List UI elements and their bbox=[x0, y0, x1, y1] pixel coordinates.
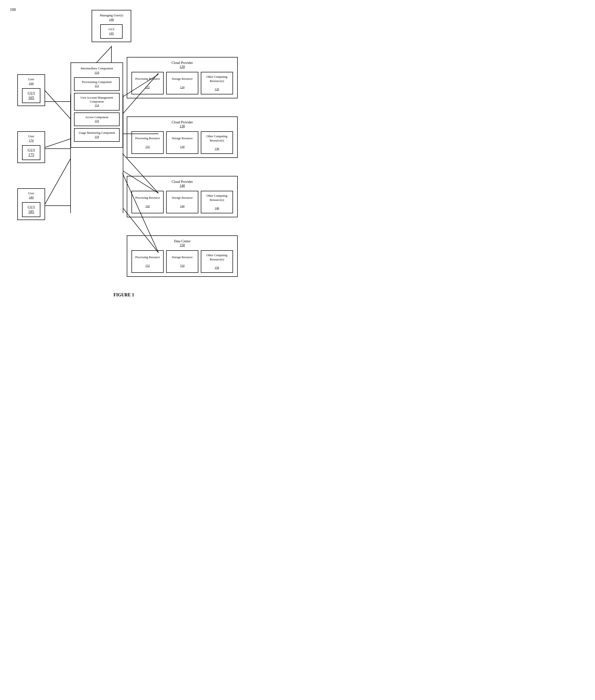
user-account-mgmt-component: User Account Management Component 114 bbox=[74, 93, 120, 110]
access-number: 116 bbox=[94, 119, 99, 123]
user-160-box: User 160 GUI 165 bbox=[17, 74, 45, 106]
sr154-number: 154 bbox=[180, 264, 185, 268]
user-170-gui-label: GUI bbox=[28, 148, 35, 153]
usage-monitoring-component: Usage Monitoring Component 118 bbox=[74, 128, 120, 142]
pr142-number: 142 bbox=[145, 204, 150, 208]
intermediary-number: 110 bbox=[94, 71, 99, 74]
managing-user-gui-box: GUI 195 bbox=[100, 24, 122, 39]
sr144-number: 144 bbox=[180, 204, 185, 208]
data-center-150-box: Data Center 150 Processing Resource 152 … bbox=[127, 235, 238, 277]
access-component: Access Component 116 bbox=[74, 112, 120, 126]
provisioning-component: Provisioning Component 112 bbox=[74, 77, 120, 91]
user-160-label: User 160 bbox=[20, 77, 42, 86]
figure-caption: FIGURE 1 bbox=[10, 292, 238, 298]
cp130-number: 130 bbox=[180, 125, 185, 128]
storage-resource-154: Storage Resource 154 bbox=[166, 250, 198, 273]
managing-user-number: 190 bbox=[109, 18, 114, 21]
storage-resource-124: Storage Resource 124 bbox=[166, 72, 198, 95]
cp120-resources: Processing Resource 122 Storage Resource… bbox=[130, 72, 234, 95]
user-account-number: 114 bbox=[94, 104, 99, 107]
cp130-title: Cloud Provider 130 bbox=[130, 120, 234, 128]
other-resource-136: Other Computing Resource(s) 136 bbox=[201, 131, 233, 154]
user-180-gui-label: GUI bbox=[28, 205, 35, 209]
user-180-box: User 180 GUI 185 bbox=[17, 188, 45, 220]
storage-resource-144: Storage Resource 144 bbox=[166, 191, 198, 213]
cloud-provider-140-box: Cloud Provider 140 Processing Resource 1… bbox=[127, 176, 238, 217]
or146-number: 146 bbox=[215, 206, 219, 210]
svg-line-11 bbox=[96, 47, 111, 62]
user-170-gui-number: 175 bbox=[28, 153, 34, 157]
dc150-resources: Processing Resource 152 Storage Resource… bbox=[130, 250, 234, 273]
processing-resource-142: Processing Resource 142 bbox=[132, 191, 164, 213]
sr124-number: 124 bbox=[180, 85, 185, 89]
svg-line-1 bbox=[45, 90, 70, 119]
other-resource-126: Other Computing Resource(s) 126 bbox=[201, 72, 233, 95]
user-160-gui-box: GUI 165 bbox=[22, 88, 40, 103]
cloud-provider-120-box: Cloud Provider 120 Processing Resource 1… bbox=[127, 57, 238, 98]
user-160-number: 160 bbox=[29, 82, 34, 85]
cloud-provider-130-box: Cloud Provider 130 Processing Resource 1… bbox=[127, 116, 238, 158]
processing-resource-132: Processing Resource 132 bbox=[132, 131, 164, 154]
cp140-number: 140 bbox=[180, 184, 185, 188]
or136-number: 136 bbox=[215, 147, 219, 151]
intermediary-box: Intermediary Component 110 Provisioning … bbox=[70, 62, 123, 148]
cp140-resources: Processing Resource 142 Storage Resource… bbox=[130, 191, 234, 213]
or156-number: 156 bbox=[215, 266, 219, 270]
user-170-box: User 170 GUI 175 bbox=[17, 131, 45, 163]
user-180-gui-number: 185 bbox=[28, 210, 34, 214]
pr152-number: 152 bbox=[145, 264, 150, 268]
provisioning-number: 112 bbox=[94, 84, 99, 87]
svg-line-3 bbox=[45, 159, 70, 205]
other-resource-146: Other Computing Resource(s) 146 bbox=[201, 191, 233, 213]
user-180-gui-box: GUI 185 bbox=[22, 202, 40, 217]
intermediary-label: Intermediary Component 110 bbox=[74, 66, 120, 75]
managing-user-label: Managing User(s) 190 bbox=[94, 14, 128, 22]
managing-user-box: Managing User(s) 190 GUI 195 bbox=[92, 10, 131, 42]
processing-resource-122: Processing Resource 122 bbox=[132, 72, 164, 95]
cp130-resources: Processing Resource 132 Storage Resource… bbox=[130, 131, 234, 154]
usage-monitoring-number: 118 bbox=[94, 135, 99, 138]
cp120-title: Cloud Provider 120 bbox=[130, 61, 234, 69]
dc150-title: Data Center 150 bbox=[130, 239, 234, 247]
cp140-title: Cloud Provider 140 bbox=[130, 180, 234, 188]
processing-resource-152: Processing Resource 152 bbox=[132, 250, 164, 273]
managing-user-gui-number: 195 bbox=[109, 31, 114, 35]
svg-line-2 bbox=[45, 139, 70, 147]
managing-user-gui-label: GUI 195 bbox=[103, 27, 120, 36]
user-170-label: User 170 bbox=[20, 134, 42, 143]
dc150-number: 150 bbox=[180, 243, 185, 247]
sr134-number: 134 bbox=[180, 145, 185, 149]
user-180-number: 180 bbox=[29, 195, 34, 199]
other-resource-156: Other Computing Resource(s) 156 bbox=[201, 250, 233, 273]
user-180-label: User 180 bbox=[20, 191, 42, 200]
or126-number: 126 bbox=[215, 87, 219, 91]
cp120-number: 120 bbox=[180, 65, 185, 69]
pr132-number: 132 bbox=[145, 145, 150, 149]
user-160-gui-number: 165 bbox=[28, 96, 34, 100]
pr122-number: 122 bbox=[145, 85, 150, 89]
user-170-gui-box: GUI 175 bbox=[22, 145, 40, 160]
user-170-number: 170 bbox=[29, 138, 34, 142]
user-160-gui-label: GUI bbox=[28, 91, 35, 96]
storage-resource-134: Storage Resource 134 bbox=[166, 131, 198, 154]
